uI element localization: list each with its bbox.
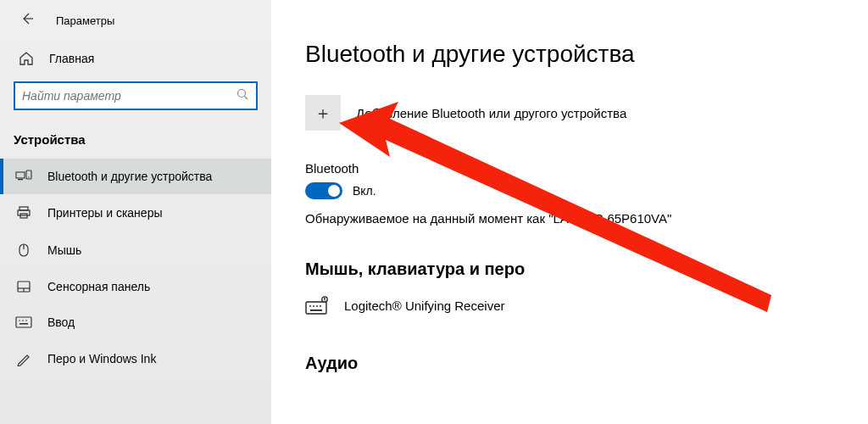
sidebar-item-label: Ввод	[47, 315, 75, 329]
mouse-icon	[15, 243, 32, 258]
search-box[interactable]	[14, 81, 258, 110]
home-label: Главная	[49, 52, 94, 65]
device-name: Logitech® Unifying Receiver	[344, 298, 504, 313]
add-device-label: Добавление Bluetooth или другого устройс…	[356, 106, 626, 120]
svg-rect-2	[18, 179, 23, 180]
svg-rect-1	[16, 172, 25, 178]
sidebar-item-typing[interactable]: Ввод	[0, 304, 271, 340]
add-device-row[interactable]: ＋ Добавление Bluetooth или другого устро…	[305, 95, 834, 131]
svg-point-21	[316, 305, 318, 307]
sidebar-home[interactable]: Главная	[0, 42, 271, 75]
svg-rect-18	[306, 302, 326, 314]
bluetooth-toggle-row: Вкл.	[305, 182, 834, 199]
svg-rect-17	[19, 323, 28, 325]
bluetooth-toggle-state: Вкл.	[353, 184, 376, 198]
svg-point-4	[28, 176, 29, 177]
sidebar-item-mouse[interactable]: Мышь	[0, 232, 271, 269]
bluetooth-heading: Bluetooth	[305, 161, 834, 176]
sidebar-item-label: Bluetooth и другие устройства	[47, 170, 212, 183]
search-input[interactable]	[22, 89, 236, 103]
sidebar-item-label: Сенсорная панель	[47, 280, 150, 293]
svg-rect-25	[324, 298, 326, 299]
svg-point-0	[238, 90, 246, 98]
section-mouse-heading: Мышь, клавиатура и перо	[305, 259, 834, 279]
back-button[interactable]	[19, 12, 36, 29]
sidebar-item-label: Мышь	[47, 243, 81, 257]
bluetooth-devices-icon	[15, 170, 32, 183]
sidebar-category: Устройства	[0, 122, 271, 159]
pen-icon	[15, 351, 32, 366]
svg-point-15	[22, 320, 24, 321]
svg-point-26	[324, 300, 325, 301]
sidebar-item-touchpad[interactable]: Сенсорная панель	[0, 269, 271, 304]
printer-icon	[15, 205, 32, 220]
section-audio-heading: Аудио	[305, 354, 834, 373]
svg-rect-5	[19, 207, 28, 210]
svg-rect-13	[16, 317, 31, 327]
page-title: Bluetooth и другие устройства	[305, 41, 834, 68]
sidebar-item-pen[interactable]: Перо и Windows Ink	[0, 340, 271, 377]
keyboard-device-icon	[305, 296, 329, 315]
device-row[interactable]: Logitech® Unifying Receiver	[305, 291, 834, 320]
svg-point-22	[320, 305, 321, 307]
sidebar-nav: Bluetooth и другие устройства Принтеры и…	[0, 159, 271, 377]
svg-rect-23	[310, 310, 322, 311]
svg-point-16	[25, 320, 27, 321]
home-icon	[19, 51, 34, 66]
sidebar-header: Параметры	[0, 8, 271, 42]
sidebar: Параметры Главная Устройства Bluetooth и…	[0, 0, 271, 424]
svg-point-19	[309, 305, 311, 307]
svg-point-14	[19, 320, 20, 321]
main-content: Bluetooth и другие устройства ＋ Добавлен…	[271, 0, 868, 424]
window-title: Параметры	[56, 14, 114, 27]
add-device-tile[interactable]: ＋	[305, 95, 341, 131]
discoverable-text: Обнаруживаемое на данный момент как "LAP…	[305, 211, 834, 226]
svg-rect-6	[18, 210, 30, 215]
sidebar-item-bluetooth[interactable]: Bluetooth и другие устройства	[0, 159, 271, 194]
keyboard-icon	[15, 316, 32, 328]
sidebar-item-printers[interactable]: Принтеры и сканеры	[0, 194, 271, 232]
arrow-left-icon	[20, 12, 34, 29]
search-wrap	[0, 75, 271, 122]
touchpad-icon	[15, 280, 32, 293]
sidebar-item-label: Принтеры и сканеры	[47, 206, 162, 220]
svg-point-20	[313, 305, 314, 307]
plus-icon: ＋	[314, 102, 331, 125]
search-icon	[236, 87, 249, 104]
bluetooth-toggle[interactable]	[305, 182, 342, 199]
sidebar-item-label: Перо и Windows Ink	[47, 352, 156, 365]
